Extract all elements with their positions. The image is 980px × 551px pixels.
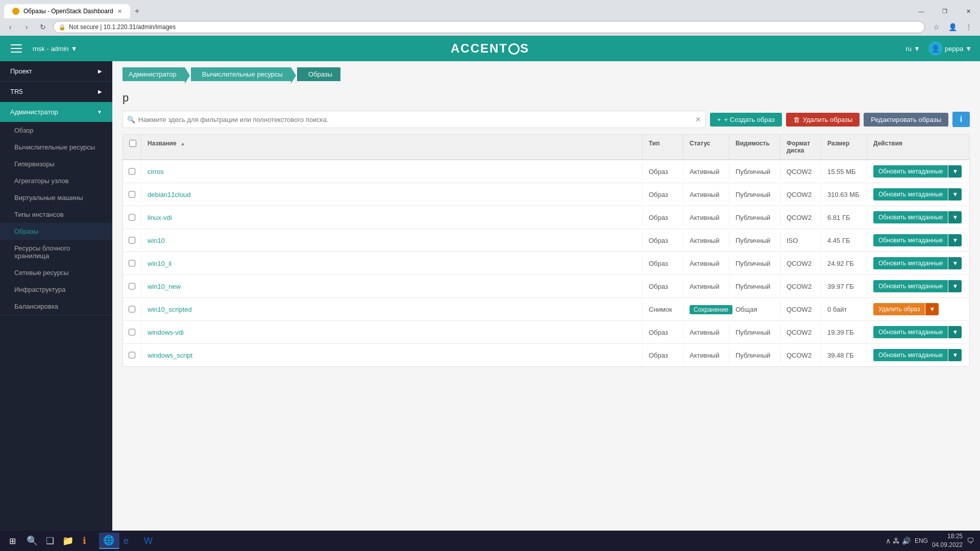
update-metadata-button[interactable]: Обновить метаданные bbox=[873, 349, 948, 361]
update-metadata-button[interactable]: Обновить метаданные bbox=[873, 188, 948, 201]
row-checkbox[interactable] bbox=[129, 191, 135, 198]
menu-button[interactable]: ⋮ bbox=[962, 20, 976, 34]
sidebar-subitem-overview[interactable]: Обзор bbox=[0, 122, 112, 139]
hamburger-menu[interactable] bbox=[8, 40, 24, 57]
sidebar-subitem-network[interactable]: Сетевые ресурсы bbox=[0, 264, 112, 281]
td-name[interactable]: win10_il bbox=[141, 255, 643, 272]
td-name[interactable]: debian11cloud bbox=[141, 186, 643, 204]
active-tab[interactable]: Образы - OpenStack Dashboard ✕ bbox=[4, 4, 130, 18]
start-button[interactable]: ⊞ bbox=[2, 533, 22, 549]
row-checkbox[interactable] bbox=[129, 283, 135, 290]
sidebar-item-tr5[interactable]: TR5 ▶ bbox=[0, 82, 112, 102]
sidebar-infrastructure-label: Инфраструктура bbox=[14, 286, 65, 293]
action-dropdown-button[interactable]: ▼ bbox=[948, 280, 962, 292]
update-metadata-button[interactable]: Обновить метаданные bbox=[873, 280, 948, 292]
address-bar[interactable]: 🔒 Not secure | 10.1.220.31/admin/images bbox=[53, 21, 925, 33]
maximize-button[interactable]: ❐ bbox=[933, 4, 957, 18]
update-metadata-button[interactable]: Обновить метаданные bbox=[873, 211, 948, 223]
close-button[interactable]: ✕ bbox=[957, 4, 980, 18]
td-name[interactable]: win10 bbox=[141, 232, 643, 249]
select-all-checkbox[interactable] bbox=[129, 140, 136, 147]
create-image-button[interactable]: + + Создать образ bbox=[710, 113, 782, 127]
action-dropdown-button[interactable]: ▼ bbox=[948, 257, 962, 269]
update-metadata-button[interactable]: Обновить метаданные bbox=[873, 234, 948, 246]
row-checkbox[interactable] bbox=[129, 168, 135, 175]
bookmark-button[interactable]: ☆ bbox=[929, 20, 943, 34]
search-taskbar-button[interactable]: 🔍 bbox=[22, 533, 42, 549]
sidebar-item-admin[interactable]: Администратор ▼ bbox=[0, 102, 112, 122]
action-dropdown-button[interactable]: ▼ bbox=[948, 165, 962, 178]
row-checkbox[interactable] bbox=[129, 237, 135, 244]
td-name[interactable]: win10_new bbox=[141, 278, 643, 295]
breadcrumb-compute[interactable]: Вычислительные ресурсы bbox=[191, 67, 291, 81]
taskbar-lang[interactable]: ENG bbox=[915, 537, 928, 544]
volume-icon[interactable]: 🔊 bbox=[902, 537, 911, 545]
search-clear-button[interactable]: ✕ bbox=[695, 115, 701, 123]
taskbar-clock[interactable]: 18:25 04.09.2022 bbox=[932, 532, 963, 549]
notification-icon[interactable]: 🗨 bbox=[967, 537, 974, 545]
network-icon[interactable]: 🖧 bbox=[893, 537, 900, 545]
profile-button[interactable]: 👤 bbox=[945, 20, 960, 34]
update-metadata-button[interactable]: Обновить метаданные bbox=[873, 326, 948, 338]
edit-images-button[interactable]: Редактировать образы bbox=[864, 113, 948, 127]
minimize-button[interactable]: — bbox=[910, 4, 933, 18]
td-name[interactable]: windows-vdi bbox=[141, 323, 643, 341]
delete-image-button[interactable]: Удалить образ bbox=[873, 303, 925, 315]
sidebar-subitem-infrastructure[interactable]: Инфраструктура bbox=[0, 281, 112, 298]
action-dropdown-button[interactable]: ▼ bbox=[948, 188, 962, 201]
action-dropdown-button[interactable]: ▼ bbox=[948, 349, 962, 361]
action-dropdown-button[interactable]: ▼ bbox=[948, 234, 962, 246]
ie-taskbar[interactable]: e bbox=[119, 533, 140, 549]
sidebar-subitem-aggregates[interactable]: Агрегаторы узлов bbox=[0, 172, 112, 189]
update-metadata-button[interactable]: Обновить метаданные bbox=[873, 257, 948, 269]
sidebar-subitem-hypervisors[interactable]: Гипервизоры bbox=[0, 156, 112, 172]
row-checkbox[interactable] bbox=[129, 329, 135, 336]
th-size[interactable]: Размер bbox=[821, 135, 867, 159]
info-button[interactable]: i bbox=[952, 112, 970, 127]
new-tab-button[interactable]: + bbox=[130, 4, 144, 18]
shield-taskbar[interactable]: ℹ bbox=[79, 533, 99, 549]
row-checkbox[interactable] bbox=[129, 352, 135, 359]
sidebar-subitem-flavors[interactable]: Типы инстансов bbox=[0, 206, 112, 223]
sidebar-subitem-vms[interactable]: Виртуальные машины bbox=[0, 189, 112, 206]
search-input[interactable] bbox=[138, 116, 693, 123]
sidebar-item-project[interactable]: Проект ▶ bbox=[0, 61, 112, 81]
sidebar-subitem-images[interactable]: Образы bbox=[0, 223, 112, 240]
user-selector[interactable]: 👤 peppa ▼ bbox=[928, 41, 972, 56]
th-status[interactable]: Статус bbox=[683, 135, 729, 159]
status-saving-badge: Сохранение bbox=[690, 305, 732, 314]
td-size: 19.39 ГБ bbox=[821, 323, 867, 341]
th-name[interactable]: Название ▲ bbox=[141, 135, 643, 159]
reload-button[interactable]: ↻ bbox=[37, 21, 49, 33]
language-selector[interactable]: ru ▼ bbox=[906, 45, 920, 53]
back-button[interactable]: ‹ bbox=[4, 21, 16, 33]
update-metadata-button[interactable]: Обновить метаданные bbox=[873, 165, 948, 178]
sidebar-subitem-block-storage[interactable]: Ресурсы блочного хранилища bbox=[0, 240, 112, 264]
td-name[interactable]: windows_script bbox=[141, 346, 643, 364]
breadcrumb-admin[interactable]: Администратор bbox=[122, 67, 185, 81]
td-name[interactable]: linux-vdi bbox=[141, 209, 643, 227]
th-visibility[interactable]: Видимость bbox=[729, 135, 780, 159]
tray-arrow[interactable]: ∧ bbox=[886, 537, 891, 545]
chrome-taskbar[interactable]: 🌐 bbox=[99, 533, 119, 549]
row-checkbox[interactable] bbox=[129, 214, 135, 221]
th-format[interactable]: Формат диска bbox=[780, 135, 821, 159]
sidebar-subitem-compute[interactable]: Вычислительные ресурсы bbox=[0, 139, 112, 156]
td-name[interactable]: win10_scripted bbox=[141, 300, 643, 318]
word-taskbar[interactable]: W bbox=[140, 533, 160, 549]
action-dropdown-button[interactable]: ▼ bbox=[948, 211, 962, 223]
sidebar-subitem-balancing[interactable]: Балансировка bbox=[0, 298, 112, 315]
action-dropdown-button[interactable]: ▼ bbox=[925, 303, 939, 315]
delete-images-button[interactable]: 🗑 Удалить образы bbox=[786, 113, 860, 127]
row-checkbox[interactable] bbox=[129, 306, 135, 313]
row-checkbox[interactable] bbox=[129, 260, 135, 267]
th-type[interactable]: Тип bbox=[643, 135, 683, 159]
file-explorer-taskbar[interactable]: 📁 bbox=[58, 533, 79, 549]
task-view-button[interactable]: ❑ bbox=[42, 533, 58, 549]
action-dropdown-button[interactable]: ▼ bbox=[948, 326, 962, 338]
td-name[interactable]: cirros bbox=[141, 163, 643, 181]
forward-button[interactable]: › bbox=[20, 21, 33, 33]
project-selector[interactable]: msk - admin ▼ bbox=[33, 45, 78, 53]
tab-close-button[interactable]: ✕ bbox=[117, 8, 122, 15]
breadcrumb-images[interactable]: Образы bbox=[297, 67, 340, 81]
